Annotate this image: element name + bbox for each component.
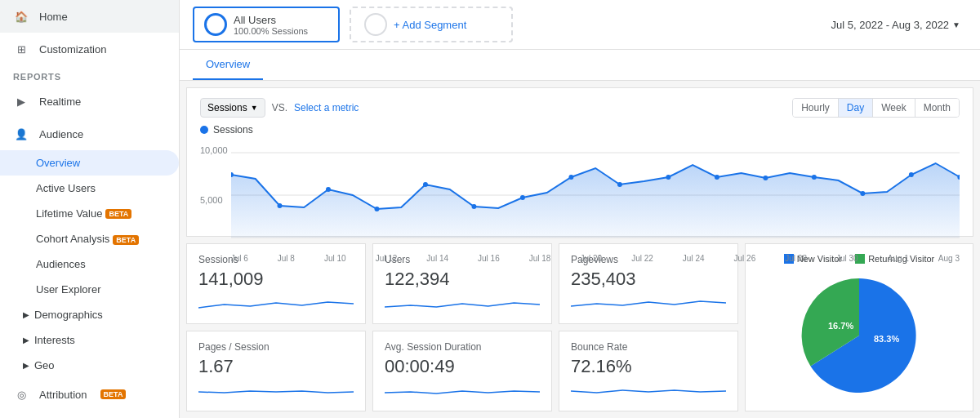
sidebar: 🏠 Home ⊞ Customization REPORTS ▶ Realtim… — [0, 0, 180, 418]
pageviews-sparkline — [571, 293, 726, 313]
svg-point-6 — [374, 207, 379, 211]
x-label: Aug 3 — [938, 254, 960, 263]
stat-avg-duration: Avg. Session Duration 00:00:49 — [372, 331, 552, 411]
chart-container: Sessions ▼ VS. Select a metric Hourly Da… — [186, 87, 973, 237]
time-buttons: Hourly Day Week Month — [792, 98, 960, 118]
add-segment-button[interactable]: + Add Segment — [350, 7, 513, 42]
x-label: Jul 30 — [836, 254, 858, 263]
x-label: Jul 6 — [231, 254, 248, 263]
segment-name: All Users — [234, 14, 308, 26]
sidebar-item-geo[interactable]: ▶ Geo — [0, 353, 179, 378]
new-visitor-pct-label: 83.3% — [874, 334, 899, 344]
sidebar-sub-lifetime-value[interactable]: Lifetime Value BETA — [0, 201, 179, 226]
chevron-right-icon2: ▶ — [23, 336, 29, 345]
metric-selector: Sessions ▼ VS. Select a metric — [200, 98, 359, 118]
svg-point-10 — [568, 175, 573, 180]
metric-chevron-icon: ▼ — [251, 104, 258, 112]
sidebar-realtime-label: Realtime — [39, 96, 81, 108]
sidebar-item-home[interactable]: 🏠 Home — [0, 0, 179, 33]
sidebar-item-discover[interactable]: 💡 Discover — [0, 411, 179, 418]
x-label: Jul 28 — [785, 254, 807, 263]
x-label: Jul 10 — [324, 254, 346, 263]
stat-avg-duration-value: 00:00:49 — [385, 356, 540, 377]
chevron-down-icon: ▼ — [952, 20, 960, 29]
date-range-picker[interactable]: Jul 5, 2022 - Aug 3, 2022 ▼ — [825, 16, 967, 34]
sidebar-sub-overview[interactable]: Overview — [0, 150, 179, 176]
avg-duration-sparkline — [385, 380, 540, 400]
chart-y-labels: 10,000 5,000 — [200, 142, 228, 248]
svg-point-9 — [520, 195, 525, 200]
reports-heading: REPORTS — [0, 65, 179, 85]
svg-point-16 — [860, 191, 865, 196]
svg-point-14 — [763, 176, 768, 180]
chart-svg-wrapper: Jul 6 Jul 8 Jul 10 Jul 12 Jul 14 Jul 16 … — [231, 142, 960, 263]
month-button[interactable]: Month — [915, 99, 959, 117]
select-metric-link[interactable]: Select a metric — [294, 102, 359, 113]
interests-label: Interests — [34, 334, 75, 346]
x-label: Jul 26 — [734, 254, 756, 263]
demographics-label: Demographics — [34, 309, 103, 321]
stat-users-value: 122,394 — [385, 269, 540, 290]
chart-controls: Sessions ▼ VS. Select a metric Hourly Da… — [200, 98, 960, 118]
stat-pages-session-label: Pages / Session — [198, 341, 354, 353]
sidebar-item-attribution[interactable]: ◎ Attribution BETA — [0, 378, 179, 411]
vs-label: VS. — [272, 102, 287, 113]
svg-point-13 — [715, 175, 719, 180]
chevron-right-icon3: ▶ — [23, 361, 29, 370]
x-label: Jul 8 — [278, 254, 295, 263]
attribution-label: Attribution — [39, 389, 87, 401]
customization-icon: ⊞ — [13, 41, 29, 57]
week-button[interactable]: Week — [872, 99, 914, 117]
chart-legend: Sessions — [200, 124, 960, 136]
x-axis-labels: Jul 6 Jul 8 Jul 10 Jul 12 Jul 14 Jul 16 … — [231, 251, 960, 263]
home-icon: 🏠 — [13, 8, 29, 24]
svg-point-8 — [471, 204, 476, 209]
sidebar-home-label: Home — [39, 11, 68, 23]
stat-bounce-rate: Bounce Rate 72.16% — [559, 331, 738, 411]
audience-icon: 👤 — [13, 126, 29, 142]
sidebar-item-realtime[interactable]: ▶ Realtime — [0, 85, 179, 118]
sessions-legend-label: Sessions — [213, 124, 253, 136]
realtime-icon: ▶ — [13, 93, 29, 109]
stat-avg-duration-label: Avg. Session Duration — [385, 341, 540, 353]
svg-point-15 — [812, 175, 817, 180]
sidebar-item-audience[interactable]: 👤 Audience — [0, 118, 179, 150]
add-circle-icon — [364, 13, 387, 36]
sidebar-customization-label: Customization — [39, 43, 106, 56]
hourly-button[interactable]: Hourly — [793, 99, 838, 117]
all-users-segment[interactable]: All Users 100.00% Sessions — [193, 7, 340, 42]
sidebar-item-customization[interactable]: ⊞ Customization — [0, 33, 179, 65]
stat-pages-session: Pages / Session 1.67 — [186, 331, 366, 411]
stat-bounce-rate-value: 72.16% — [571, 356, 726, 377]
svg-point-12 — [666, 175, 670, 180]
sessions-line-chart — [231, 142, 960, 248]
sessions-metric-label: Sessions — [207, 102, 247, 113]
attribution-icon: ◎ — [13, 386, 29, 402]
sessions-sparkline — [198, 293, 354, 313]
attribution-beta-badge: BETA — [100, 389, 127, 399]
sidebar-item-demographics[interactable]: ▶ Demographics — [0, 302, 179, 327]
segment-circle — [204, 13, 227, 36]
users-sparkline — [385, 293, 540, 313]
svg-point-4 — [277, 203, 282, 208]
sessions-metric-pill[interactable]: Sessions ▼ — [200, 98, 265, 118]
pie-chart: 83.3% 16.7% — [777, 270, 941, 401]
sidebar-sub-user-explorer[interactable]: User Explorer — [0, 277, 179, 302]
main-content: All Users 100.00% Sessions + Add Segment… — [180, 0, 980, 418]
sidebar-sub-audiences[interactable]: Audiences — [0, 251, 179, 277]
stat-sessions-value: 141,009 — [198, 269, 354, 290]
y-label-mid: 5,000 — [200, 195, 228, 205]
segment-info: All Users 100.00% Sessions — [234, 14, 308, 36]
sidebar-item-interests[interactable]: ▶ Interests — [0, 327, 179, 353]
stat-pageviews-value: 235,403 — [571, 269, 726, 290]
sidebar-sub-cohort-analysis[interactable]: Cohort Analysis BETA — [0, 226, 179, 251]
date-range-label: Jul 5, 2022 - Aug 3, 2022 — [831, 19, 950, 31]
day-button[interactable]: Day — [838, 99, 872, 117]
svg-point-7 — [423, 182, 428, 187]
sidebar-sub-active-users[interactable]: Active Users — [0, 176, 179, 201]
x-label: Jul 16 — [478, 254, 500, 263]
tab-bar: Overview — [180, 50, 980, 81]
chart-area: 10,000 5,000 — [200, 142, 960, 263]
y-label-top: 10,000 — [200, 145, 228, 155]
tab-overview[interactable]: Overview — [193, 50, 263, 80]
